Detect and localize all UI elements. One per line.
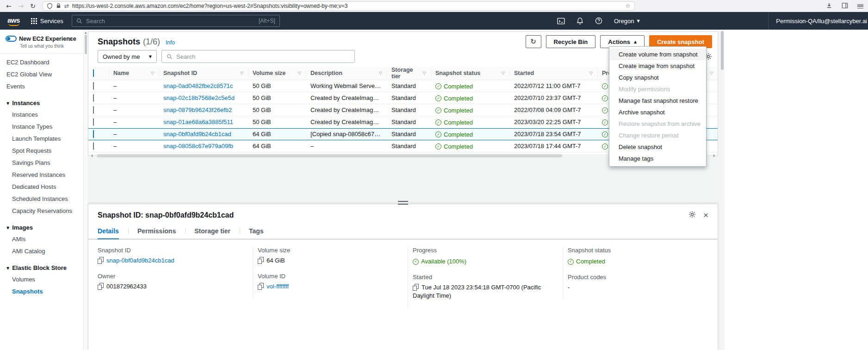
notifications-bell-icon[interactable] xyxy=(577,17,583,25)
sidebar-item-dedicated-hosts[interactable]: Dedicated Hosts xyxy=(0,181,83,193)
scroll-left-icon[interactable]: ‹ xyxy=(91,153,93,158)
snapshot-id-link[interactable]: snap-0bf0afd9b24cb1cad xyxy=(106,257,174,264)
sort-icon[interactable]: ▽ xyxy=(589,71,593,75)
info-link[interactable]: Info xyxy=(166,39,175,46)
bookmark-star-icon[interactable]: ☆ xyxy=(625,2,631,9)
snapshot-id-link[interactable]: snap-02c18b7568e2c5e5d xyxy=(163,94,235,101)
tab-storage-tier[interactable]: Storage tier xyxy=(194,224,230,239)
browser-reload-button[interactable]: ↻ xyxy=(28,2,38,10)
row-checkbox[interactable] xyxy=(93,94,94,102)
services-menu[interactable]: Services xyxy=(31,18,63,25)
row-checkbox[interactable] xyxy=(93,106,94,114)
row-checkbox[interactable] xyxy=(93,130,94,138)
scrollbar-thumb[interactable] xyxy=(85,35,87,54)
url-input[interactable] xyxy=(72,3,622,9)
region-selector[interactable]: Oregon ▼ xyxy=(614,18,640,25)
sidebar-item-capacity-reservations[interactable]: Capacity Reservations xyxy=(0,205,83,217)
sidebar-item-amis[interactable]: AMIs xyxy=(0,233,83,245)
sidebar-scrollbar[interactable]: ▲ xyxy=(83,30,87,350)
sidebar-toggle-icon[interactable] xyxy=(842,2,848,10)
sort-icon[interactable]: ▽ xyxy=(423,71,426,75)
row-checkbox[interactable] xyxy=(93,82,94,90)
sidebar-item-launch-templates[interactable]: Launch Templates xyxy=(0,133,83,145)
sidebar-item-ami-catalog[interactable]: AMI Catalog xyxy=(0,245,83,257)
copy-icon[interactable] xyxy=(258,283,263,289)
column-header-name[interactable]: Name▽ xyxy=(109,67,159,80)
sort-icon[interactable]: ▽ xyxy=(151,71,154,75)
sort-icon[interactable]: ▽ xyxy=(710,71,713,75)
table-search-box[interactable] xyxy=(161,50,355,63)
main-scrollbar[interactable] xyxy=(720,30,725,350)
account-menu[interactable]: Permission-QA/llu@stellarcyber.ai xyxy=(768,12,867,30)
menu-item-archive-snapshot[interactable]: Archive snapshot xyxy=(609,106,706,118)
downloads-icon[interactable] xyxy=(826,2,832,10)
banner-close-icon[interactable]: × xyxy=(69,37,73,42)
sidebar-item-savings-plans[interactable]: Savings Plans xyxy=(0,157,83,169)
urlbar[interactable]: ⇄ ☆ xyxy=(43,1,635,11)
ownership-filter-select[interactable]: Owned by me ▼ xyxy=(98,50,157,63)
copy-icon[interactable] xyxy=(258,257,263,263)
sidebar-section-instances[interactable]: ▼Instances xyxy=(0,97,83,109)
snapshot-id-link[interactable]: snap-01ae68a6a3885f511 xyxy=(163,119,233,125)
sidebar-item-volumes[interactable]: Volumes xyxy=(0,274,83,286)
copy-icon[interactable] xyxy=(413,284,418,290)
volume-id-link[interactable]: vol-ffffffff xyxy=(267,283,289,290)
sidebar-item-snapshots[interactable]: Snapshots xyxy=(0,286,83,298)
sidebar-item-ec2-dashboard[interactable]: EC2 Dashboard xyxy=(0,56,83,69)
permissions-icon[interactable]: ⇄ xyxy=(64,3,69,9)
nav-search-input[interactable] xyxy=(86,18,255,25)
menu-item-delete-snapshot[interactable]: Delete snapshot xyxy=(609,141,706,153)
aws-logo[interactable]: aws xyxy=(7,16,20,26)
sidebar-item-instance-types[interactable]: Instance Types xyxy=(0,121,83,133)
browser-forward-button[interactable]: → xyxy=(16,2,26,10)
snapshot-id-link[interactable]: snap-08058c67e979a09fb xyxy=(163,143,233,150)
column-header-started[interactable]: Started▽ xyxy=(509,67,597,80)
table-search-input[interactable] xyxy=(176,53,350,60)
row-checkbox[interactable] xyxy=(93,142,94,150)
menu-item-copy-snapshot[interactable]: Copy snapshot xyxy=(609,72,706,83)
snapshot-id-link[interactable]: snap-0bf0afd9b24cb1cad xyxy=(163,131,231,138)
menu-icon[interactable] xyxy=(857,4,863,8)
split-panel-drag-handle[interactable] xyxy=(398,201,408,205)
column-header-snapshot-id[interactable]: Snapshot ID▽ xyxy=(159,67,248,80)
menu-item-manage-tags[interactable]: Manage tags xyxy=(609,153,706,164)
menu-item-create-volume-from-snapshot[interactable]: Create volume from snapshot xyxy=(609,49,706,60)
nav-search[interactable]: [Alt+S] xyxy=(72,15,280,27)
sort-icon[interactable]: ▽ xyxy=(240,71,243,75)
copy-icon[interactable] xyxy=(98,283,103,289)
tab-details[interactable]: Details xyxy=(98,224,119,239)
sort-icon[interactable]: ▽ xyxy=(379,71,382,75)
select-all-header[interactable] xyxy=(88,67,109,80)
snapshot-id-link[interactable]: snap-0879b96243f26efb2 xyxy=(163,106,232,113)
sidebar-item-reserved-instances[interactable]: Reserved Instances xyxy=(0,169,83,181)
menu-item-create-image-from-snapshot[interactable]: Create image from snapshot xyxy=(609,60,706,72)
sidebar-section-images[interactable]: ▼Images xyxy=(0,222,83,233)
panel-settings-gear-icon[interactable] xyxy=(688,211,696,219)
sidebar-item-instances[interactable]: Instances xyxy=(0,109,83,121)
column-header-description[interactable]: Description▽ xyxy=(306,67,387,80)
copy-icon[interactable] xyxy=(98,257,103,263)
browser-back-button[interactable]: ← xyxy=(4,2,14,10)
sidebar-section-elastic-block-store[interactable]: ▼Elastic Block Store xyxy=(0,262,83,274)
sort-icon[interactable]: ▽ xyxy=(298,71,301,75)
tracking-shield-icon[interactable] xyxy=(47,3,53,9)
panel-close-icon[interactable]: × xyxy=(703,212,708,219)
tab-tags[interactable]: Tags xyxy=(249,224,264,239)
sidebar-item-ec2-global-view[interactable]: EC2 Global View xyxy=(0,69,83,81)
tab-permissions[interactable]: Permissions xyxy=(137,224,176,239)
column-header-snapshot-status[interactable]: Snapshot status▽ xyxy=(431,67,509,80)
cloudshell-icon[interactable] xyxy=(557,18,565,25)
select-all-checkbox[interactable] xyxy=(93,69,94,77)
sidebar-item-events[interactable]: Events xyxy=(0,81,83,93)
snapshot-id-link[interactable]: snap-0ad0482fbe2c8571c xyxy=(163,82,233,89)
sidebar-item-scheduled-instances[interactable]: Scheduled Instances xyxy=(0,193,83,205)
row-checkbox[interactable] xyxy=(93,118,94,126)
column-header-storage-tier[interactable]: Storage tier▽ xyxy=(387,67,431,80)
menu-item-manage-fast-snapshot-restore[interactable]: Manage fast snapshot restore xyxy=(609,95,706,106)
experience-toggle[interactable] xyxy=(6,36,17,42)
refresh-button[interactable]: ↻ xyxy=(526,35,541,48)
sidebar-item-spot-requests[interactable]: Spot Requests xyxy=(0,145,83,157)
scrollbar-thumb[interactable] xyxy=(97,154,562,157)
scroll-right-icon[interactable]: › xyxy=(713,153,715,158)
column-header-volume-size[interactable]: Volume size▽ xyxy=(248,67,306,80)
